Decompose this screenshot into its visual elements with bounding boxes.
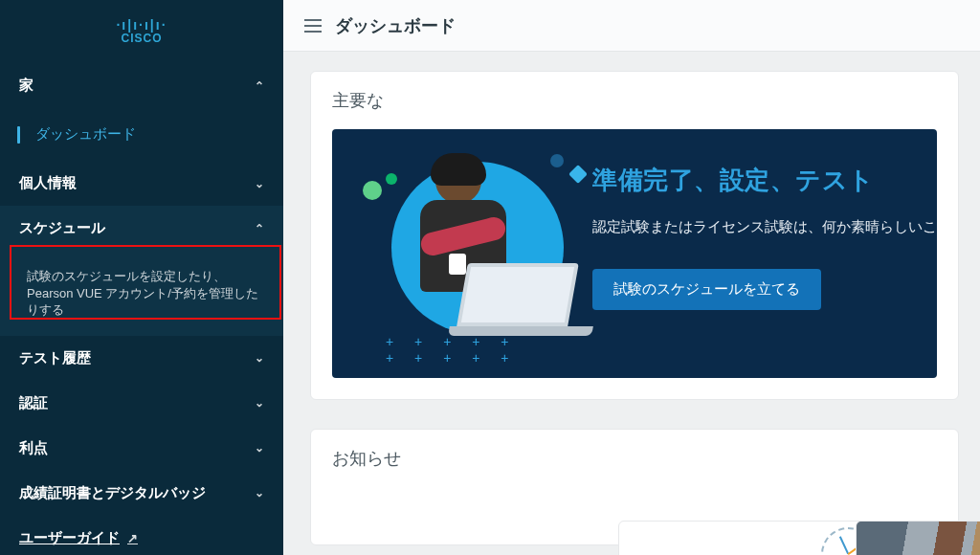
card-main-title: 主要な: [332, 89, 937, 112]
cisco-bars-icon: ·ı|ı·ı|ı·: [116, 18, 167, 33]
sidebar-item-label: 成績証明書とデジタルバッジ: [19, 484, 206, 502]
sidebar-item-schedule-pearson[interactable]: 試験のスケジュールを設定したり、Pearson VUE アカウント/予約を管理し…: [17, 258, 283, 328]
chevron-up-icon: ⌃: [255, 222, 264, 235]
sidebar-item-label: ダッシュボード: [35, 125, 136, 144]
chevron-down-icon: ⌄: [255, 486, 264, 500]
people-photo-icon: [857, 522, 980, 555]
sidebar-submenu-schedule: 試験のスケジュールを設定したり、Pearson VUE アカウント/予約を管理し…: [0, 251, 283, 336]
card-news-title: お知らせ: [332, 447, 937, 470]
plus-pattern-icon: + + + + ++ + + + +: [386, 334, 517, 366]
sidebar-item-label: スケジュール: [19, 219, 105, 237]
hero-title: 準備完了、設定、テスト: [592, 164, 937, 197]
page-title: ダッシュボード: [335, 14, 456, 37]
hero-illustration: + + + + ++ + + + +: [332, 129, 587, 378]
main-area: ダッシュボード 主要な + +: [283, 0, 980, 555]
sidebar-item-benefits[interactable]: 利点 ⌄: [0, 426, 283, 471]
sidebar-item-label: 家: [19, 77, 33, 95]
schedule-exam-button[interactable]: 試験のスケジュールを立てる: [592, 269, 821, 310]
hero-text: 認定試験またはライセンス試験は、何か素晴らしいこ: [592, 218, 937, 236]
sidebar-item-dashboard[interactable]: ダッシュボード: [17, 116, 283, 153]
brand-logo: ·ı|ı·ı|ı· CISCO: [0, 0, 283, 63]
sidebar-item-schedule[interactable]: スケジュール ⌃: [0, 206, 283, 251]
hero-banner: + + + + ++ + + + + 準備完了、設定、テスト 認定試験またはライ…: [332, 129, 937, 378]
card-main: 主要な + + + + ++ + + + +: [310, 71, 959, 400]
sidebar: ·ı|ı·ı|ı· CISCO 家 ⌃ ダッシュボード 個人情報 ⌄ スケジュー…: [0, 0, 283, 555]
sidebar-item-label: テスト履歴: [19, 349, 91, 367]
content: 主要な + + + + ++ + + + +: [283, 52, 980, 545]
sidebar-item-transcripts[interactable]: 成績証明書とデジタルバッジ ⌄: [0, 471, 283, 516]
sidebar-item-test-history[interactable]: テスト履歴 ⌄: [0, 336, 283, 381]
sidebar-item-label: ユーザーガイド: [19, 529, 120, 547]
sidebar-item-label: 個人情報: [19, 174, 77, 192]
sidebar-item-label: 認証: [19, 394, 48, 412]
sidebar-item-certification[interactable]: 認証 ⌄: [0, 381, 283, 426]
sidebar-submenu-home: ダッシュボード: [0, 108, 283, 161]
chevron-down-icon: ⌄: [255, 396, 264, 410]
sidebar-item-personal-info[interactable]: 個人情報 ⌄: [0, 161, 283, 206]
chevron-up-icon: ⌃: [255, 79, 264, 93]
brand-name: CISCO: [116, 33, 167, 45]
external-link-icon: ↗: [127, 531, 138, 545]
hamburger-menu-icon[interactable]: [304, 19, 322, 33]
active-indicator-icon: [17, 126, 20, 144]
sidebar-item-user-guide[interactable]: ユーザーガイド ↗: [0, 516, 283, 555]
sidebar-item-label: 利点: [19, 439, 48, 457]
chevron-down-icon: ⌄: [255, 351, 264, 365]
sidebar-item-home[interactable]: 家 ⌃: [0, 63, 283, 108]
news-item-thumbnail[interactable]: [856, 521, 980, 555]
chevron-down-icon: ⌄: [255, 441, 264, 455]
topbar: ダッシュボード: [283, 0, 980, 52]
sidebar-nav: 家 ⌃ ダッシュボード 個人情報 ⌄ スケジュール ⌃ 試験のスケジュールを設定…: [0, 63, 283, 555]
chevron-down-icon: ⌄: [255, 177, 264, 190]
